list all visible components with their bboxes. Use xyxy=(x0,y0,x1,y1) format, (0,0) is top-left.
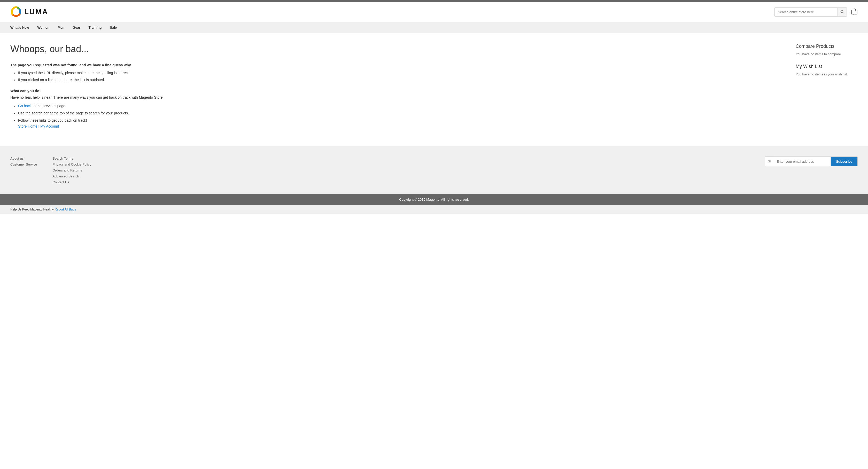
store-home-link[interactable]: Store Home xyxy=(18,124,37,128)
what-can-bullet-1: Use the search bar at the top of the pag… xyxy=(18,110,785,116)
nav-item-women[interactable]: Women xyxy=(37,22,49,33)
wish-list-block: My Wish List You have no items in your w… xyxy=(796,64,858,76)
logo-text: LUMA xyxy=(24,8,48,16)
svg-rect-3 xyxy=(851,10,857,14)
footer-orders-returns[interactable]: Orders and Returns xyxy=(53,168,91,172)
newsletter-email-input[interactable] xyxy=(773,157,830,166)
footer-col-2: Search Terms Privacy and Cookie Policy O… xyxy=(53,157,91,186)
nav-item-whats-new[interactable]: What's New xyxy=(10,22,29,33)
error-bullet-1: If you clicked on a link to get here, th… xyxy=(18,77,785,83)
follow-links-text: Follow these links to get you back on tr… xyxy=(18,118,87,122)
svg-point-1 xyxy=(841,10,843,12)
go-back-rest: to the previous page. xyxy=(32,104,66,108)
nav-item-gear[interactable]: Gear xyxy=(72,22,80,33)
search-icon xyxy=(840,10,844,13)
copyright-text: Copyright © 2016 Magento. All rights res… xyxy=(399,197,469,201)
nav-item-men[interactable]: Men xyxy=(58,22,64,33)
luma-logo-icon xyxy=(10,6,22,18)
error-intro: The page you requested was not found, an… xyxy=(10,63,132,67)
what-can-bullet-0: Go back to the previous page. xyxy=(18,103,785,109)
footer-about-us[interactable]: About us xyxy=(10,157,37,160)
what-can-section: What can you do? Have no fear, help is n… xyxy=(10,89,785,129)
what-can-bullet-2: Follow these links to get you back on tr… xyxy=(18,118,785,129)
footer-contact-us[interactable]: Contact Us xyxy=(53,180,91,184)
sidebar: Compare Products You have no items to co… xyxy=(796,44,858,131)
footer-newsletter: ✉ Subscribe xyxy=(765,157,858,186)
footer-search-terms[interactable]: Search Terms xyxy=(53,157,91,160)
help-text: Help Us Keep Magento Healthy xyxy=(10,208,54,211)
header: LUMA xyxy=(0,2,868,22)
search-button[interactable] xyxy=(838,8,846,16)
nav-item-sale[interactable]: Sale xyxy=(110,22,117,33)
error-bullets: If you typed the URL directly, please ma… xyxy=(10,70,785,83)
newsletter-form: ✉ Subscribe xyxy=(765,157,858,166)
what-can-bullets: Go back to the previous page. Use the se… xyxy=(10,103,785,129)
what-can-title: What can you do? xyxy=(10,89,41,93)
report-bugs-link[interactable]: Report All Bugs xyxy=(55,208,76,211)
my-account-link[interactable]: My Account xyxy=(40,124,59,128)
footer-col-1: About us Customer Service xyxy=(10,157,37,186)
subscribe-button[interactable]: Subscribe xyxy=(831,157,858,166)
separator: | xyxy=(38,124,40,128)
wish-list-title: My Wish List xyxy=(796,64,858,69)
wish-list-empty: You have no items in your wish list. xyxy=(796,72,858,76)
top-bar xyxy=(0,0,868,2)
cart-icon-wrap[interactable] xyxy=(851,8,858,16)
email-icon: ✉ xyxy=(765,157,773,166)
footer-help: Help Us Keep Magento Healthy Report All … xyxy=(10,205,858,214)
compare-products-empty: You have no items to compare. xyxy=(796,52,858,56)
footer-content: About us Customer Service Search Terms P… xyxy=(10,157,858,194)
footer-privacy-policy[interactable]: Privacy and Cookie Policy xyxy=(53,162,91,166)
main-nav: What's New Women Men Gear Training Sale xyxy=(0,22,868,33)
svg-line-2 xyxy=(843,12,844,13)
svg-point-4 xyxy=(853,14,854,14)
search-box xyxy=(774,7,847,17)
cart-icon xyxy=(851,8,858,15)
error-bullet-0: If you typed the URL directly, please ma… xyxy=(18,70,785,76)
search-input[interactable] xyxy=(775,8,838,16)
page-title: Whoops, our bad... xyxy=(10,44,785,55)
footer-bottom: Copyright © 2016 Magento. All rights res… xyxy=(0,194,868,205)
footer: About us Customer Service Search Terms P… xyxy=(0,146,868,214)
footer-customer-service[interactable]: Customer Service xyxy=(10,162,37,166)
what-can-intro: Have no fear, help is near! There are ma… xyxy=(10,95,785,100)
main-content: Whoops, our bad... The page you requeste… xyxy=(10,44,785,131)
error-message: The page you requested was not found, an… xyxy=(10,62,785,83)
logo-area[interactable]: LUMA xyxy=(10,6,48,18)
compare-products-block: Compare Products You have no items to co… xyxy=(796,44,858,56)
main-wrapper: Whoops, our bad... The page you requeste… xyxy=(0,33,868,146)
header-right xyxy=(774,7,858,17)
go-back-link[interactable]: Go back xyxy=(18,104,32,108)
footer-advanced-search[interactable]: Advanced Search xyxy=(53,174,91,178)
nav-item-training[interactable]: Training xyxy=(89,22,102,33)
svg-point-5 xyxy=(856,14,857,14)
compare-products-title: Compare Products xyxy=(796,44,858,49)
